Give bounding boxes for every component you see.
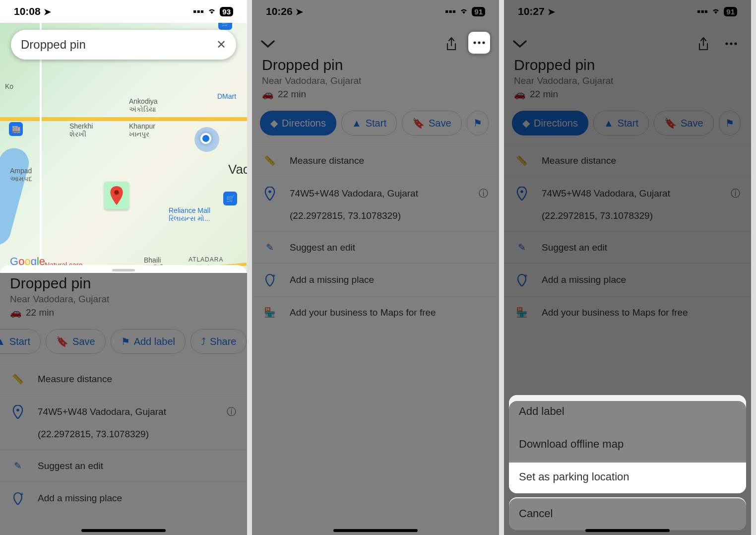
map-label-ampad: Ampadઆમપદ [10,167,32,183]
add-business-row[interactable]: 🏪 Add your business to Maps for free [504,296,751,328]
screen-3: 10:27 ➤ ▪▪▪ 91 Dropped pin Near Vadodara… [504,0,751,535]
map-label-dmart[interactable]: DMart [217,92,236,100]
poi-top-icon[interactable]: 🛒 [218,23,232,30]
menu-cancel[interactable]: Cancel [509,497,746,530]
flag-button[interactable]: ⚑ [719,111,741,135]
wifi-icon [711,5,721,17]
menu-add-label[interactable]: Add label [509,395,746,428]
svg-point-11 [725,42,728,45]
status-bar: 10:26 ➤ ▪▪▪ 91 [252,0,499,23]
add-missing-place-row[interactable]: + Add a missing place [252,263,499,296]
clear-icon[interactable]: ✕ [216,38,226,52]
battery-icon: 91 [724,7,737,16]
save-button[interactable]: 🔖Save [402,111,462,135]
share-button[interactable] [693,33,714,55]
navigate-icon: ▲ [604,118,614,129]
drive-time: 🚗22 min [504,86,751,102]
status-time: 10:27 ➤ [518,5,555,17]
info-icon[interactable]: ⓘ [731,187,740,200]
map-label: Ko [5,82,13,90]
action-sheet-group: Add label Download offline map Set as pa… [509,395,746,493]
home-indicator[interactable] [333,529,418,532]
menu-set-parking[interactable]: Set as parking location [509,461,746,493]
place-title: Dropped pin [252,57,499,73]
flag-button[interactable]: ⚑ [467,111,489,135]
suggest-edit-row[interactable]: ✎ Suggest an edit [252,231,499,263]
status-bar: 10:08 ➤ ▪▪▪ 93 [0,0,247,23]
pencil-icon: ✎ [263,242,277,253]
more-button-highlight[interactable] [468,32,490,54]
collapse-button[interactable] [513,36,527,52]
wifi-icon [459,5,469,17]
status-icons: ▪▪▪ 91 [697,5,737,17]
location-arrow-icon: ➤ [44,7,51,17]
map-label-reliance[interactable]: Reliance Mallરિલાયન્સ મો... [169,206,210,223]
share-button[interactable] [441,33,462,55]
home-indicator[interactable] [585,529,670,532]
info-icon[interactable]: ⓘ [479,187,488,200]
location-arrow-icon: ➤ [296,7,303,17]
start-button[interactable]: ▲Start [341,111,397,135]
more-button[interactable] [720,33,742,55]
menu-download-offline[interactable]: Download offline map [509,428,746,461]
sheet-header [504,23,751,57]
car-icon: 🚗 [514,88,526,100]
suggest-edit-row[interactable]: ✎ Suggest an edit [504,231,751,263]
start-button[interactable]: ▲Start [593,111,649,135]
map-label-ankodiya: Ankodiyaઅંકોડિયા [129,97,158,114]
car-icon: 🚗 [262,88,274,100]
status-icons: ▪▪▪ 93 [193,5,233,17]
coordinates-row[interactable]: (22.2972815, 73.1078329) [252,210,499,231]
navigate-icon: ▲ [352,118,362,129]
poi-icon[interactable]: 🏬 [9,122,23,136]
add-missing-place-row[interactable]: + Add a missing place [504,263,751,296]
location-pin-icon [515,187,529,201]
location-arrow-icon: ➤ [548,7,555,17]
plus-code-row[interactable]: 74W5+W48 Vadodara, Gujarat ⓘ [504,176,751,210]
action-chips: ◆Directions ▲Start 🔖Save ⚑ [504,102,751,144]
svg-point-14 [520,191,523,194]
search-input[interactable] [21,38,216,52]
svg-point-6 [268,191,271,194]
search-bar[interactable]: ✕ [11,30,236,60]
map-canvas[interactable]: 🏬 🛒 🛒 Ko Ankodiyaઅંકોડિયા Sherkhiશેરખી K… [0,23,247,273]
measure-distance-row[interactable]: 📏 Measure distance [252,144,499,176]
action-sheet: Add label Download offline map Set as pa… [509,395,746,530]
map-label-vad: Vad [228,162,247,177]
sheet-header [252,23,499,57]
save-button[interactable]: 🔖Save [654,111,714,135]
svg-point-0 [114,190,119,195]
add-business-row[interactable]: 🏪 Add your business to Maps for free [252,296,499,328]
measure-distance-row[interactable]: 📏 Measure distance [504,144,751,176]
coordinates-row[interactable]: (22.2972815, 73.1078329) [504,210,751,231]
directions-button[interactable]: ◆Directions [260,111,336,135]
current-location-dot[interactable] [200,133,211,144]
place-title: Dropped pin [504,57,751,73]
plus-code-row[interactable]: 74W5+W48 Vadodara, Gujarat ⓘ [252,176,499,210]
place-subtitle: Near Vadodara, Gujarat [504,73,751,86]
bookmark-icon: 🔖 [412,117,425,129]
svg-text:+: + [272,273,275,278]
directions-icon: ◆ [270,117,278,129]
signal-icon: ▪▪▪ [697,5,708,17]
ruler-icon: 📏 [263,155,277,166]
dropped-pin-marker[interactable] [104,182,129,209]
directions-button[interactable]: ◆Directions [512,111,588,135]
location-pin-icon [263,187,277,201]
battery-icon: 93 [220,7,233,16]
home-indicator[interactable] [81,529,166,532]
screen-1: 10:08 ➤ ▪▪▪ 93 🏬 🛒 🛒 Ko Ankodiyaઅંકોડિયા… [0,0,247,535]
signal-icon: ▪▪▪ [445,5,456,17]
drive-time: 🚗22 min [252,86,499,102]
place-subtitle: Near Vadodara, Gujarat [252,73,499,86]
svg-point-10 [482,41,485,44]
map-label-khanpur: Khanpurખાનપુર [129,122,155,138]
status-bar: 10:27 ➤ ▪▪▪ 91 [504,0,751,23]
flag-icon: ⚑ [725,117,734,129]
svg-point-8 [473,41,476,44]
collapse-button[interactable] [261,36,275,52]
poi-reliance-icon[interactable]: 🛒 [223,192,237,205]
status-icons: ▪▪▪ 91 [445,5,485,17]
flag-icon: ⚑ [473,117,482,129]
action-chips: ◆Directions ▲Start 🔖Save ⚑ [252,102,499,144]
